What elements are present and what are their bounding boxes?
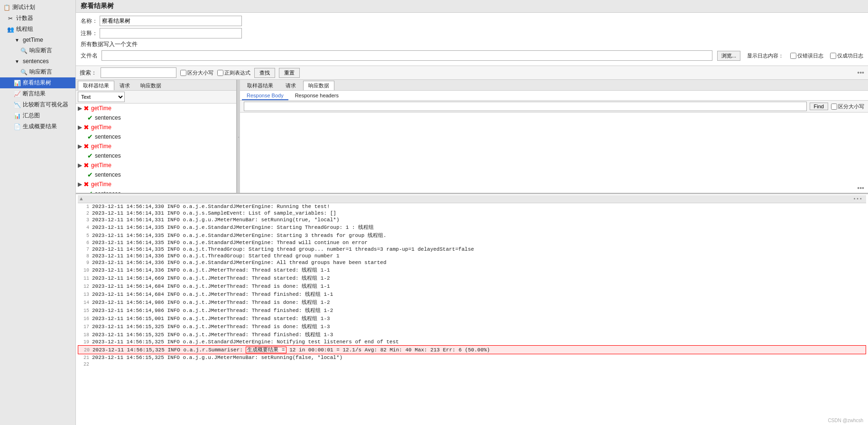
tree-row[interactable]: ✔ sentences [76, 113, 236, 123]
response-toolbar: Find 区分大小写 [240, 101, 868, 113]
tree-row[interactable]: ✔ sentences [76, 189, 236, 193]
upper-panel: 取样器结果 请求 响应数据 Text HTML JSON XML RegExp … [76, 80, 868, 194]
response-sub-tabs: Response Body Response headers [240, 91, 868, 101]
find-button[interactable]: 查找 [254, 68, 275, 78]
tab-request[interactable]: 请求 [114, 81, 135, 90]
success-log-check-label[interactable]: 仅成功日志 [830, 52, 863, 59]
tree-tabs: 取样器结果 请求 响应数据 [76, 80, 236, 91]
log-line: 82023-12-11 14:56:14,336 INFO o.a.j.t.Th… [78, 253, 866, 259]
search-label: 搜索： [80, 69, 97, 77]
log-line: 92023-12-11 14:56:14,336 INFO o.a.j.e.St… [78, 259, 866, 266]
ok-icon: ✔ [87, 133, 93, 141]
expand2-icon: ▼ [13, 57, 21, 65]
tab-sampler-result[interactable]: 取样器结果 [78, 81, 114, 90]
response-tabs: 取样器结果 请求 响应数据 [240, 80, 868, 91]
folder-icon: 📋 [3, 4, 10, 11]
tree-label: getTime [91, 162, 111, 169]
response-find-button[interactable]: Find [810, 103, 828, 110]
error-icon: ✖ [83, 104, 89, 112]
tree-row[interactable]: ✔ sentences [76, 132, 236, 142]
tree-row[interactable]: ✔ sentences [76, 151, 236, 161]
sidebar-item-sentences[interactable]: ▼ sentences [0, 56, 75, 66]
response-body [240, 113, 868, 193]
comment-label: 注释： [81, 29, 100, 38]
format-select[interactable]: Text HTML JSON XML RegExp Tester [78, 92, 125, 102]
reset-button[interactable]: 重置 [279, 68, 300, 78]
error-log-checkbox[interactable] [790, 53, 796, 59]
highlighted-summary: 生成概要结果 = [246, 347, 286, 353]
sidebar-item-gen-summary[interactable]: 📄 生成概要结果 [0, 121, 75, 132]
resp-case-checkbox[interactable] [831, 104, 837, 110]
log-line: 62023-12-11 14:56:14,335 INFO o.a.j.e.St… [78, 239, 866, 246]
tree-icon: 📊 [13, 79, 21, 87]
log-line: 102023-12-11 14:56:14,336 INFO o.a.j.t.J… [78, 266, 866, 274]
users-icon: 👥 [7, 26, 14, 33]
sidebar-item-listener1[interactable]: 🔍 响应断言 [0, 45, 75, 56]
log-line: 142023-12-11 14:56:14,986 INFO o.a.j.t.J… [78, 298, 866, 306]
resp-sub-tab-body[interactable]: Response Body [242, 92, 288, 100]
tree-toggle[interactable]: ▶ [78, 124, 83, 131]
tree-panel: 取样器结果 请求 响应数据 Text HTML JSON XML RegExp … [76, 80, 237, 193]
sidebar-item-compare[interactable]: 📉 比较断言可视化器 [0, 99, 75, 110]
tree-label: sentences [95, 190, 121, 193]
tree-row[interactable]: ▶ ✖ getTime [76, 104, 236, 113]
search-input[interactable] [101, 67, 176, 78]
resp-tab-request[interactable]: 请求 [280, 81, 301, 90]
sidebar-item-summary-chart[interactable]: 📊 汇总图 [0, 110, 75, 121]
tree-label: sentences [95, 152, 121, 159]
filename-input[interactable] [102, 50, 712, 61]
form-area: 名称： 注释： 所有数据写入一个文件 文件名 浏览... 显示日志内容： 仅错误… [76, 13, 868, 66]
panel-header: 察看结果树 [76, 0, 868, 13]
tree-toggle[interactable]: ▶ [78, 105, 83, 112]
tree-toggle[interactable]: ▶ [78, 162, 83, 169]
search2-icon: 🔍 [20, 68, 28, 76]
log-line: 52023-12-11 14:56:14,335 INFO o.a.j.e.St… [78, 231, 866, 239]
log-line: 32023-12-11 14:56:14,331 INFO o.a.j.g.u.… [78, 217, 866, 223]
sidebar-item-listener2[interactable]: 🔍 响应断言 [0, 66, 75, 77]
tree-row[interactable]: ✔ sentences [76, 170, 236, 179]
tree-row[interactable]: ▶ ✖ getTime [76, 123, 236, 132]
sidebar-item-thread-group[interactable]: 👥 线程组 [0, 24, 75, 35]
resp-tab-data[interactable]: 响应数据 [303, 81, 334, 90]
sidebar-item-gettime[interactable]: ▼ getTime [0, 35, 75, 45]
tree-toggle[interactable]: ▶ [78, 143, 83, 150]
content-area: 取样器结果 请求 响应数据 Text HTML JSON XML RegExp … [76, 80, 868, 425]
case-checkbox[interactable] [180, 70, 186, 76]
resp-tab-sampler[interactable]: 取样器结果 [242, 81, 278, 90]
ok-icon: ✔ [87, 190, 93, 193]
comment-input[interactable] [100, 28, 242, 38]
main-panel: 察看结果树 名称： 注释： 所有数据写入一个文件 文件名 浏览... 显示日志内… [76, 0, 868, 425]
resp-case-label[interactable]: 区分大小写 [831, 103, 864, 110]
tree-label: getTime [91, 143, 111, 150]
regex-checkbox[interactable] [217, 70, 223, 76]
log-panel-header: ▲ ••• [78, 195, 866, 203]
bar-icon: 📊 [13, 112, 21, 120]
response-search-input[interactable] [244, 102, 807, 111]
resp-sub-tab-headers[interactable]: Response headers [290, 92, 343, 100]
case-check-label[interactable]: 区分大小写 [180, 69, 213, 76]
doc-icon: 📄 [13, 123, 21, 131]
tree-row[interactable]: ▶ ✖ getTime [76, 142, 236, 151]
sidebar-item-counter[interactable]: ✂ 计数器 [0, 13, 75, 24]
tree-row[interactable]: ▶ ✖ getTime [76, 161, 236, 170]
sidebar-item-assert-result[interactable]: 📈 断言结果 [0, 88, 75, 99]
tab-response-data[interactable]: 响应数据 [135, 81, 166, 90]
ok-icon: ✔ [87, 114, 93, 122]
log-line: 42023-12-11 14:56:14,335 INFO o.a.j.e.St… [78, 223, 866, 231]
ok-icon: ✔ [87, 152, 93, 160]
regex-check-label[interactable]: 正则表达式 [217, 69, 250, 76]
log-line: 162023-12-11 14:56:15,001 INFO o.a.j.t.J… [78, 314, 866, 322]
log-line: 132023-12-11 14:56:14,684 INFO o.a.j.t.J… [78, 290, 866, 298]
log-panel-dots: ••• [853, 196, 862, 202]
error-log-check-label[interactable]: 仅错误日志 [790, 52, 823, 59]
browse-button[interactable]: 浏览... [717, 51, 740, 61]
success-log-checkbox[interactable] [830, 53, 836, 59]
name-input[interactable] [100, 16, 242, 26]
tree-toggle[interactable]: ▶ [78, 181, 83, 188]
log-line: 192023-12-11 14:56:15,325 INFO o.a.j.e.S… [78, 339, 866, 345]
all-data-label: 所有数据写入一个文件 [81, 40, 138, 48]
tree-row[interactable]: ▶ ✖ getTime [76, 179, 236, 189]
sidebar-item-watch-tree[interactable]: 📊 察看结果树 [0, 77, 75, 88]
log-line: 182023-12-11 14:56:15,325 INFO o.a.j.t.J… [78, 331, 866, 339]
sidebar-item-test-plan[interactable]: 📋 测试计划 [0, 2, 75, 13]
